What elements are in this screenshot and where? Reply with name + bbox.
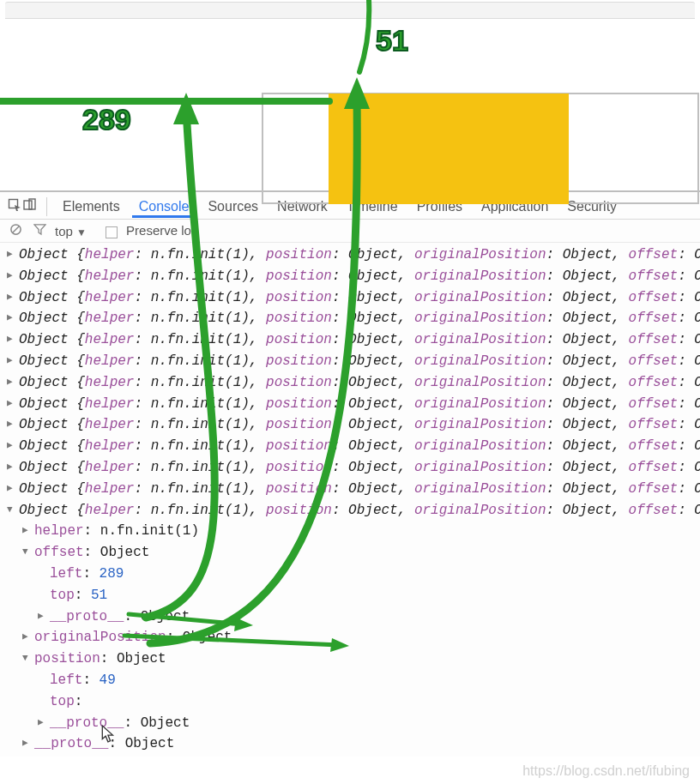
console-object-row[interactable]: Object {helper: n.fn.init(1), position: … (7, 394, 700, 415)
console-object-row[interactable]: Object {helper: n.fn.init(1), position: … (7, 457, 700, 479)
tab-console[interactable]: Console (132, 196, 196, 218)
console-object-row[interactable]: Object {helper: n.fn.init(1), position: … (7, 372, 700, 394)
console-toolbar: top ▼ Preserve log (0, 220, 700, 243)
clear-console-icon[interactable] (7, 223, 24, 238)
draggable-box[interactable] (329, 93, 569, 204)
context-selector[interactable]: top ▼ (55, 224, 87, 238)
console-prop-row[interactable]: top: (7, 691, 700, 713)
console-object-row[interactable]: Object {helper: n.fn.init(1), position: … (7, 329, 700, 351)
console-object-row[interactable]: Object {helper: n.fn.init(1), position: … (7, 414, 700, 436)
console-object-row[interactable]: Object {helper: n.fn.init(1), position: … (7, 479, 700, 500)
console-prop-row[interactable]: helper: n.fn.init(1) (7, 521, 700, 542)
browser-toolbar (5, 2, 695, 19)
droppable-container[interactable] (262, 93, 699, 204)
context-selector-label: top (55, 224, 73, 238)
cursor-icon (101, 725, 117, 744)
console-prop-row[interactable]: position: Object (7, 648, 700, 670)
preserve-log-label: Preserve log (126, 223, 198, 238)
watermark-text: https://blog.csdn.net/ifubing (522, 763, 690, 779)
tab-elements[interactable]: Elements (56, 196, 127, 217)
device-toggle-icon[interactable] (22, 198, 38, 215)
console-object-row[interactable]: Object {helper: n.fn.init(1), position: … (7, 308, 700, 329)
console-object-row[interactable]: Object {helper: n.fn.init(1), position: … (7, 244, 700, 266)
filter-icon[interactable] (31, 223, 48, 238)
inspect-icon[interactable] (7, 198, 22, 215)
tab-sources[interactable]: Sources (201, 196, 265, 217)
console-prop-row[interactable]: originalPosition: Object (7, 627, 700, 648)
svg-rect-1 (24, 201, 32, 209)
checkbox-icon (106, 226, 118, 238)
preserve-log-toggle[interactable]: Preserve log (106, 223, 198, 238)
svg-line-4 (12, 226, 19, 233)
console-prop-row[interactable]: __proto__: Object (7, 606, 700, 628)
chevron-down-icon: ▼ (76, 226, 87, 238)
divider (46, 197, 47, 216)
console-prop-row[interactable]: top: 51 (7, 585, 700, 606)
console-prop-row[interactable]: offset: Object (7, 542, 700, 564)
console-object-row[interactable]: Object {helper: n.fn.init(1), position: … (7, 266, 700, 287)
console-prop-row[interactable]: left: 49 (7, 670, 700, 691)
page-area (0, 19, 700, 190)
console-object-row[interactable]: Object {helper: n.fn.init(1), position: … (7, 351, 700, 372)
console-object-row[interactable]: Object {helper: n.fn.init(1), position: … (7, 436, 700, 457)
console-object-row[interactable]: Object {helper: n.fn.init(1), position: … (7, 287, 700, 309)
console-output: Object {helper: n.fn.init(1), position: … (0, 243, 700, 757)
console-prop-row[interactable]: left: 289 (7, 564, 700, 585)
console-object-row-expanded[interactable]: Object {helper: n.fn.init(1), position: … (7, 500, 700, 522)
devtools-panel: ElementsConsoleSourcesNetworkTimelinePro… (0, 190, 700, 757)
